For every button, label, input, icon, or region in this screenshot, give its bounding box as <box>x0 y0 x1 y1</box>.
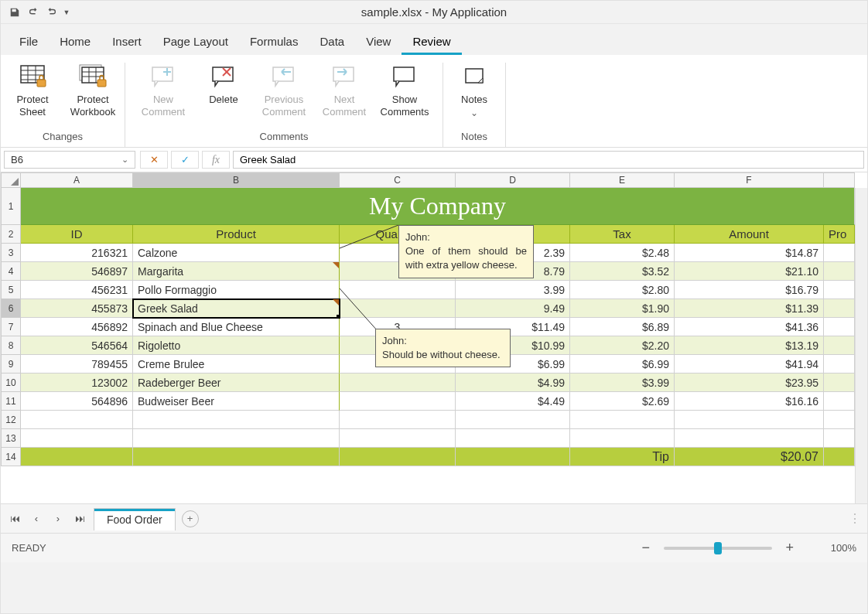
cell[interactable] <box>21 411 133 429</box>
cell[interactable] <box>340 448 456 466</box>
cell[interactable]: 789455 <box>21 355 133 374</box>
row-header[interactable]: 10 <box>1 374 21 392</box>
row-header[interactable]: 5 <box>1 281 21 299</box>
cell[interactable]: $41.36 <box>675 318 824 336</box>
notes-button[interactable]: Notes ⌄ <box>444 58 504 121</box>
col-header-f[interactable]: F <box>675 172 824 188</box>
cell[interactable] <box>456 429 570 448</box>
cell[interactable]: 455873 <box>21 299 133 318</box>
cell[interactable] <box>570 411 675 429</box>
cell[interactable] <box>824 299 855 318</box>
formula-cancel-button[interactable]: ✕ <box>140 151 168 169</box>
tip-amount[interactable]: $20.07 <box>675 448 824 466</box>
cell[interactable]: $4.49 <box>456 392 570 411</box>
undo-icon[interactable] <box>24 3 43 22</box>
row-header[interactable]: 11 <box>1 392 21 411</box>
cell[interactable] <box>133 448 340 466</box>
cell[interactable] <box>340 374 456 392</box>
cell[interactable] <box>824 244 855 262</box>
tab-formulas[interactable]: Formulas <box>239 30 309 55</box>
cell[interactable]: $3.52 <box>570 262 675 281</box>
col-header-extra[interactable] <box>824 172 855 188</box>
cell[interactable] <box>133 411 340 429</box>
cell[interactable]: Rigoletto <box>133 336 340 355</box>
formula-input[interactable] <box>233 151 864 169</box>
cell[interactable]: $6.89 <box>570 318 675 336</box>
cell[interactable] <box>456 411 570 429</box>
sheet-tab[interactable]: Food Order <box>94 508 176 530</box>
splitter-handle[interactable]: ⋮ <box>849 511 861 526</box>
qat-dropdown-icon[interactable]: ▼ <box>61 3 72 22</box>
tab-data[interactable]: Data <box>309 30 355 55</box>
cell[interactable] <box>21 429 133 448</box>
cell[interactable] <box>824 262 855 281</box>
cell[interactable] <box>340 429 456 448</box>
redo-icon[interactable] <box>43 3 61 22</box>
row-header-1[interactable]: 1 <box>1 188 21 225</box>
delete-comment-button[interactable]: Delete <box>193 58 254 121</box>
sheet-nav-next-icon[interactable]: › <box>50 511 66 527</box>
cell[interactable]: $13.19 <box>675 336 824 355</box>
cell[interactable]: Creme Brulee <box>133 355 340 374</box>
protect-sheet-button[interactable]: Protect Sheet <box>2 58 63 121</box>
row-header[interactable]: 3 <box>1 244 21 262</box>
cell[interactable] <box>824 411 855 429</box>
save-icon[interactable] <box>5 3 24 22</box>
cell[interactable]: $6.99 <box>570 355 675 374</box>
cell[interactable]: $16.79 <box>675 281 824 299</box>
tip-label[interactable]: Tip <box>570 448 675 466</box>
column-headers[interactable]: A B C D E F <box>1 172 867 188</box>
row-header[interactable]: 8 <box>1 336 21 355</box>
col-header-a[interactable]: A <box>21 172 133 188</box>
cell[interactable]: $1.90 <box>570 299 675 318</box>
sheet-nav-last-icon[interactable]: ⏭ <box>72 511 87 527</box>
cell[interactable]: $14.87 <box>675 244 824 262</box>
cell[interactable] <box>824 374 855 392</box>
cell[interactable] <box>824 448 855 466</box>
protect-workbook-button[interactable]: Protect Workbook <box>63 58 123 121</box>
row-header-2[interactable]: 2 <box>1 225 21 244</box>
row-header[interactable]: 7 <box>1 318 21 336</box>
vertical-scrollbar[interactable] <box>855 188 867 503</box>
cell[interactable] <box>824 429 855 448</box>
cell[interactable]: $16.16 <box>675 392 824 411</box>
row-header[interactable]: 13 <box>1 429 21 448</box>
col-header-d[interactable]: D <box>456 172 570 188</box>
tab-review[interactable]: Review <box>402 30 461 55</box>
col-header-e[interactable]: E <box>570 172 675 188</box>
add-sheet-button[interactable]: + <box>182 510 199 527</box>
show-comments-button[interactable]: Show Comments <box>374 58 435 121</box>
name-box[interactable]: B6 ⌄ <box>4 151 135 169</box>
cell[interactable]: 564896 <box>21 392 133 411</box>
cell[interactable]: 3.99 <box>456 281 570 299</box>
col-header-c[interactable]: C <box>340 172 456 188</box>
cell[interactable] <box>21 448 133 466</box>
zoom-out-button[interactable]: − <box>639 541 653 555</box>
cell[interactable]: Greek Salad <box>133 299 340 318</box>
cell[interactable]: $2.48 <box>570 244 675 262</box>
tab-insert[interactable]: Insert <box>101 30 152 55</box>
cell[interactable] <box>340 411 456 429</box>
cell[interactable] <box>456 448 570 466</box>
cell[interactable]: 456892 <box>21 318 133 336</box>
tab-page-layout[interactable]: Page Layout <box>152 30 239 55</box>
cell[interactable]: Spinach and Blue Cheese <box>133 318 340 336</box>
zoom-thumb[interactable] <box>714 542 722 554</box>
cell[interactable] <box>824 336 855 355</box>
tab-home[interactable]: Home <box>49 30 101 55</box>
sheet-nav-prev-icon[interactable]: ‹ <box>29 511 44 527</box>
row-header[interactable]: 14 <box>1 448 21 466</box>
cell[interactable]: $11.39 <box>675 299 824 318</box>
cell[interactable]: 456231 <box>21 281 133 299</box>
cell[interactable]: $23.95 <box>675 374 824 392</box>
cell[interactable]: Radeberger Beer <box>133 374 340 392</box>
cell[interactable] <box>824 318 855 336</box>
cell[interactable] <box>824 355 855 374</box>
cell[interactable]: $21.10 <box>675 262 824 281</box>
tab-view[interactable]: View <box>355 30 402 55</box>
zoom-slider[interactable] <box>664 547 772 550</box>
tab-file[interactable]: File <box>9 30 49 55</box>
insert-function-button[interactable]: fx <box>202 151 230 169</box>
cell[interactable]: $41.94 <box>675 355 824 374</box>
cell[interactable]: $4.99 <box>456 374 570 392</box>
